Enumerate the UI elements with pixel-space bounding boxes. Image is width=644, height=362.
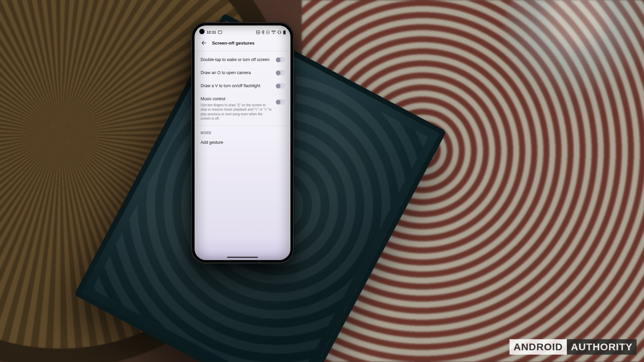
wifi-icon [271,31,276,34]
setting-row-draw-o[interactable]: Draw an O to open camera [195,66,290,79]
nfc-icon [256,31,260,34]
setting-label: Add gesture [201,140,285,145]
status-bar: 12:11 [195,25,290,37]
header-divider [195,51,290,51]
phone-screen: 12:11 [195,25,290,260]
watermark-part1: ANDROID [509,339,567,355]
back-button[interactable] [201,40,207,46]
svg-rect-7 [284,30,285,31]
setting-row-music-control[interactable]: Music control Use two fingers to draw "|… [195,93,290,125]
arrow-left-icon [201,40,207,46]
watermark: ANDROID AUTHORITY [509,339,637,355]
setting-description: Use two fingers to draw "||" on the scre… [201,103,272,121]
setting-label: Music control [201,96,272,102]
punch-hole-camera [200,29,204,34]
phone-frame: 12:11 [191,22,294,263]
setting-label: Double-tap to wake or turn off screen [201,57,272,63]
section-header-more: MORE [195,126,290,136]
toggle-music-control[interactable] [276,100,285,105]
page-header: Screen-off gestures [195,37,290,51]
svg-rect-6 [283,31,286,34]
battery-icon [283,30,286,35]
setting-row-add-gesture[interactable]: Add gesture [195,136,290,149]
svg-rect-1 [219,32,220,32]
page-title: Screen-off gestures [212,41,255,46]
setting-label: Draw a V to turn on/off flashlight [201,83,272,89]
dnd-icon [266,31,270,34]
svg-rect-0 [218,31,222,34]
status-time: 12:11 [207,30,216,34]
svg-rect-5 [278,31,280,34]
watermark-part2: AUTHORITY [567,339,637,355]
card-icon [218,31,222,34]
toggle-draw-o[interactable] [276,70,285,75]
bluetooth-icon [262,30,264,34]
phone-side-button [294,72,295,103]
setting-row-draw-v[interactable]: Draw a V to turn on/off flashlight [195,79,290,93]
gesture-nav-handle[interactable] [227,257,258,258]
toggle-double-tap[interactable] [276,57,285,62]
setting-row-double-tap[interactable]: Double-tap to wake or turn off screen [195,53,290,66]
section-divider [195,125,290,126]
toggle-draw-v[interactable] [276,83,285,88]
setting-label: Draw an O to open camera [201,70,272,76]
svg-rect-4 [267,32,269,33]
vibrate-icon [277,31,281,34]
